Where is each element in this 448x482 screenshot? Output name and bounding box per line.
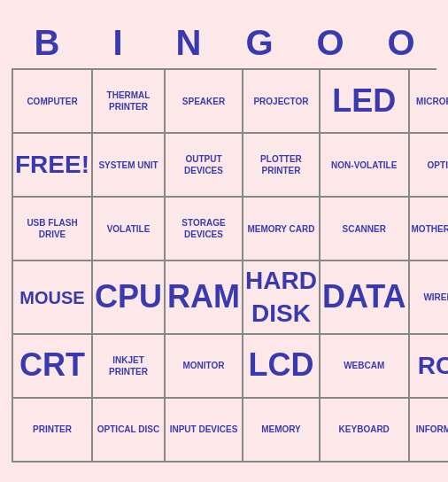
cell-label: THERMAL PRINTER: [95, 89, 162, 113]
bingo-cell: SCANNER: [321, 198, 410, 261]
cell-label: INKJET PRINTER: [95, 354, 162, 377]
bingo-cell: STORAGE DEVICES: [166, 198, 243, 261]
bingo-letter: I: [82, 19, 153, 66]
cell-label: SYSTEM UNIT: [98, 159, 158, 171]
bingo-cell: HARD DISK: [243, 261, 321, 335]
cell-label: Free!: [15, 149, 89, 181]
bingo-cell: WEBCAM: [321, 335, 410, 399]
bingo-cell: USB FLASH DRIVE: [13, 198, 93, 261]
bingo-cell: MICROPHONE: [410, 70, 448, 134]
cell-label: STORAGE DEVICES: [167, 217, 240, 240]
bingo-cell: MOTHERBOARD: [410, 198, 448, 261]
bingo-cell: WIRELESS: [410, 261, 448, 335]
bingo-cell: PROJECTOR: [243, 70, 321, 134]
bingo-letter: G: [224, 19, 295, 66]
bingo-cell: DATA: [321, 261, 410, 335]
bingo-cell: THERMAL PRINTER: [93, 70, 166, 134]
cell-label: MONITOR: [182, 360, 224, 371]
cell-label: INPUT DEVICES: [170, 424, 238, 435]
bingo-letter: O: [366, 19, 436, 66]
cell-label: VOLATILE: [107, 223, 151, 235]
bingo-card: BINGOO COMPUTERTHERMAL PRINTERSPEAKERPRO…: [3, 11, 445, 471]
bingo-cell: MEMORY CARD: [243, 198, 321, 261]
cell-label: LED: [332, 81, 396, 122]
cell-label: LCD: [248, 345, 313, 386]
bingo-cell: MONITOR: [166, 335, 243, 399]
cell-label: MEMORY: [261, 424, 301, 435]
cell-label: WEBCAM: [344, 360, 384, 371]
bingo-cell: COMPUTER: [13, 70, 93, 134]
cell-label: RAM: [167, 276, 240, 318]
bingo-cell: Free!: [13, 134, 93, 198]
bingo-header: BINGOO: [12, 19, 436, 66]
cell-label: MEMORY CARD: [247, 223, 314, 235]
cell-label: OPTICAL: [428, 159, 448, 171]
bingo-cell: INPUT DEVICES: [166, 399, 243, 463]
cell-label: Mouse: [19, 286, 84, 309]
bingo-cell: INFORMATION: [410, 399, 448, 463]
bingo-cell: RAM: [166, 261, 243, 335]
bingo-cell: VOLATILE: [93, 198, 166, 261]
bingo-cell: NON-VOLATILE: [321, 134, 410, 198]
bingo-letter: B: [12, 19, 82, 66]
bingo-cell: SPEAKER: [166, 70, 243, 134]
bingo-grid: COMPUTERTHERMAL PRINTERSPEAKERPROJECTORL…: [12, 68, 436, 463]
cell-label: DATA: [322, 276, 406, 318]
bingo-cell: PRINTER: [13, 399, 93, 463]
cell-label: COMPUTER: [27, 96, 77, 107]
bingo-cell: SYSTEM UNIT: [93, 134, 166, 198]
cell-label: PRINTER: [33, 424, 72, 435]
bingo-cell: Mouse: [13, 261, 93, 335]
bingo-cell: CPU: [93, 261, 166, 335]
bingo-cell: CRT: [13, 335, 93, 399]
bingo-cell: OUTPUT DEVICES: [166, 134, 243, 198]
cell-label: OPTICAL DISC: [97, 424, 159, 435]
bingo-cell: PLOTTER PRINTER: [243, 134, 321, 198]
bingo-cell: OPTICAL DISC: [93, 399, 166, 463]
cell-label: PLOTTER PRINTER: [245, 153, 317, 176]
cell-label: WIRELESS: [423, 292, 448, 303]
bingo-cell: INKJET PRINTER: [93, 335, 166, 399]
bingo-cell: LED: [321, 70, 410, 134]
cell-label: OUTPUT DEVICES: [167, 153, 240, 176]
cell-label: MOTHERBOARD: [412, 223, 448, 235]
cell-label: HARD DISK: [245, 265, 317, 330]
cell-label: ROM: [418, 350, 448, 382]
bingo-cell: MEMORY: [243, 399, 321, 463]
cell-label: SPEAKER: [182, 96, 225, 107]
cell-label: CPU: [95, 276, 162, 318]
bingo-cell: KEYBOARD: [321, 399, 410, 463]
bingo-cell: OPTICAL: [410, 134, 448, 198]
bingo-letter: O: [295, 19, 366, 66]
cell-label: INFORMATION: [416, 424, 448, 435]
cell-label: USB FLASH DRIVE: [15, 217, 89, 240]
cell-label: CRT: [19, 345, 85, 386]
cell-label: NON-VOLATILE: [331, 159, 397, 171]
bingo-cell: ROM: [410, 335, 448, 399]
cell-label: KEYBOARD: [339, 424, 390, 435]
cell-label: PROJECTOR: [253, 96, 308, 107]
cell-label: MICROPHONE: [416, 96, 448, 107]
cell-label: SCANNER: [342, 223, 385, 235]
bingo-letter: N: [153, 19, 224, 66]
bingo-cell: LCD: [243, 335, 321, 399]
